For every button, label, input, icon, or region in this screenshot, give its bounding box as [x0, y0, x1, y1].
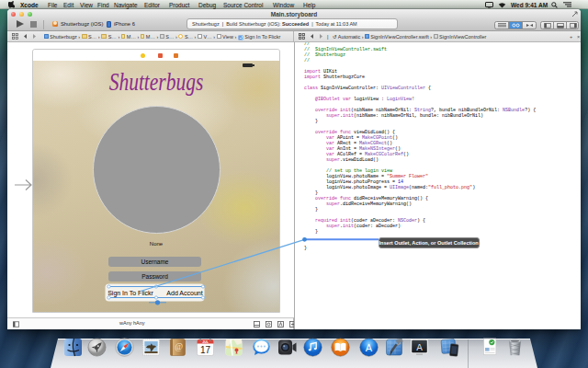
- svg-text:@: @: [175, 342, 183, 351]
- svg-text:17: 17: [199, 345, 210, 355]
- svg-text:A: A: [416, 342, 423, 353]
- svg-text:JUL: JUL: [202, 340, 208, 344]
- svg-text:A: A: [365, 342, 372, 353]
